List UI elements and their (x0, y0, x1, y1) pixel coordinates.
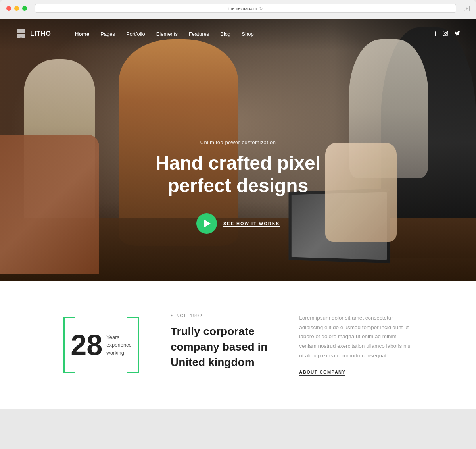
logo-text: LITHO (30, 30, 51, 37)
navigation: LITHO Home Pages Portfolio Elements Feat… (0, 19, 476, 48)
hero-title: Hand crafted pixel perfect designs (119, 152, 357, 197)
hero-title-line2: perfect designs (168, 175, 309, 196)
hero-subtitle: Unlimited power customization (119, 139, 357, 145)
close-button[interactable] (6, 6, 11, 11)
hero-section: LITHO Home Pages Portfolio Elements Feat… (0, 19, 476, 281)
cta-text[interactable]: SEE HOW IT WORKS (223, 221, 280, 226)
nav-social: f (434, 31, 460, 37)
logo-icon (16, 28, 27, 39)
facebook-icon[interactable]: f (434, 31, 436, 37)
company-title: Trully corporate company based in United… (171, 324, 267, 370)
nav-item-features[interactable]: Features (189, 30, 209, 37)
address-bar[interactable]: themezaa.com ↻ (35, 4, 456, 13)
bracket-right (127, 317, 139, 373)
years-content: 28 Years experience working (71, 331, 132, 359)
nav-link-portfolio[interactable]: Portfolio (126, 31, 145, 37)
svg-rect-3 (21, 34, 25, 38)
browser-window: themezaa.com ↻ + (0, 0, 476, 409)
svg-rect-0 (17, 29, 21, 33)
svg-point-5 (445, 32, 447, 34)
svg-point-6 (447, 32, 447, 32)
nav-item-pages[interactable]: Pages (100, 30, 115, 37)
description-block: Lorem ipsum dolor sit amet consectetur a… (299, 313, 413, 375)
url-text: themezaa.com (228, 6, 257, 11)
company-title-line2: company based in (171, 341, 267, 353)
logo[interactable]: LITHO (16, 28, 51, 39)
nav-links: Home Pages Portfolio Elements Features B… (75, 30, 254, 37)
info-section: 28 Years experience working SINCE 1992 T… (0, 281, 476, 409)
instagram-icon[interactable] (443, 31, 448, 37)
minimize-button[interactable] (14, 6, 19, 11)
svg-rect-2 (17, 34, 21, 38)
nav-item-home[interactable]: Home (75, 30, 89, 37)
browser-chrome: themezaa.com ↻ + (0, 0, 476, 19)
years-counter: 28 Years experience working (63, 313, 139, 377)
company-title-line1: Trully corporate (171, 325, 255, 337)
nav-link-blog[interactable]: Blog (220, 31, 230, 37)
hero-title-line1: Hand crafted pixel (155, 152, 321, 173)
hero-cta: SEE HOW IT WORKS (119, 213, 357, 234)
refresh-icon[interactable]: ↻ (259, 6, 263, 11)
hero-content: Unlimited power customization Hand craft… (119, 139, 357, 234)
nav-link-pages[interactable]: Pages (100, 31, 115, 37)
nav-link-home[interactable]: Home (75, 31, 89, 37)
nav-item-portfolio[interactable]: Portfolio (126, 30, 145, 37)
twitter-icon[interactable] (455, 31, 460, 37)
maximize-button[interactable] (22, 6, 27, 11)
nav-item-elements[interactable]: Elements (156, 30, 178, 37)
website-content: LITHO Home Pages Portfolio Elements Feat… (0, 19, 476, 409)
about-company-link[interactable]: ABOUT COMPANY (299, 370, 345, 376)
years-number: 28 (71, 331, 102, 359)
since-label: SINCE 1992 (171, 313, 267, 318)
expand-button[interactable]: + (464, 6, 470, 11)
company-title-line3: United kingdom (171, 356, 255, 368)
nav-link-features[interactable]: Features (189, 31, 209, 37)
nav-link-elements[interactable]: Elements (156, 31, 178, 37)
nav-item-shop[interactable]: Shop (242, 30, 253, 37)
play-button[interactable] (196, 213, 217, 234)
company-info: SINCE 1992 Trully corporate company base… (171, 313, 267, 370)
nav-item-blog[interactable]: Blog (220, 30, 230, 37)
description-text: Lorem ipsum dolor sit amet consectetur a… (299, 313, 413, 360)
arm-left (0, 135, 99, 274)
svg-rect-1 (21, 29, 25, 33)
nav-link-shop[interactable]: Shop (242, 31, 253, 37)
